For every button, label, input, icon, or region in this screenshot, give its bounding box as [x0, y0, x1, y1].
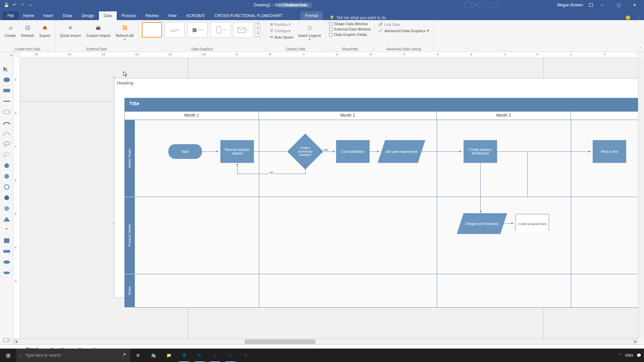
- shape-receive-request[interactable]: Receive solution request: [220, 140, 254, 163]
- tab-cross-functional[interactable]: CROSS-FUNCTIONAL FLOWCHART: [210, 11, 287, 20]
- start-button[interactable]: ⊞: [0, 352, 16, 359]
- collapse-ribbon-icon[interactable]: ⌃: [637, 16, 640, 20]
- swimlane-container[interactable]: Title Month 1 Month 2 Month 3 Sales Team…: [124, 98, 638, 308]
- quick-import-button[interactable]: ⊞Quick Import: [58, 21, 83, 38]
- shape-ellipse-icon[interactable]: [3, 77, 11, 83]
- shape-feasible-decision[interactable]: Project technically feasible?: [292, 139, 318, 164]
- shape-designs-mockups[interactable]: Designs and mockups: [460, 213, 504, 234]
- shape-circle4-icon[interactable]: [3, 195, 11, 201]
- lane-team[interactable]: Team: [124, 274, 135, 308]
- connector[interactable]: [422, 152, 462, 152]
- tab-draw[interactable]: Draw: [58, 11, 77, 20]
- shape-cost-estimation[interactable]: Cost estimation: [336, 140, 370, 163]
- edge-icon[interactable]: e: [238, 349, 254, 362]
- tab-home[interactable]: Home: [18, 11, 39, 20]
- shape-pitch[interactable]: Pitch to the: [593, 140, 626, 163]
- configure-button[interactable]: ⚙Configure: [269, 28, 295, 34]
- shape-start[interactable]: Start: [168, 144, 202, 159]
- tab-data[interactable]: Data: [99, 11, 117, 20]
- connector[interactable]: [504, 223, 514, 224]
- insert-legend-button[interactable]: 📋Insert Legend▾: [296, 21, 323, 42]
- advanced-data-graphics-button[interactable]: 📈Advanced Data Graphics ▾: [377, 28, 430, 34]
- horizontal-scrollbar[interactable]: ◂ ▸: [13, 339, 638, 345]
- export-button[interactable]: 📤Export: [38, 21, 52, 38]
- scroll-thumb[interactable]: [245, 340, 315, 344]
- shape-line-icon[interactable]: [3, 98, 11, 104]
- file-explorer-icon[interactable]: 📁: [161, 349, 176, 362]
- phase-month3[interactable]: Month 3: [437, 112, 571, 120]
- ribbon-display-icon[interactable]: [589, 3, 593, 7]
- phase-month1[interactable]: Month 1: [125, 112, 259, 120]
- custom-import-button[interactable]: 🗃️Custom Import: [84, 21, 112, 38]
- position-button[interactable]: ⊞Position ▾: [269, 21, 295, 27]
- shape-ellipse2-icon[interactable]: [3, 259, 11, 265]
- data-graphic-none[interactable]: [142, 22, 162, 38]
- shape-arc-icon[interactable]: [3, 130, 11, 136]
- shape-rect-icon[interactable]: [3, 87, 11, 94]
- vertical-scrollbar[interactable]: [638, 58, 644, 339]
- gallery-scroll[interactable]: ▴▾▾: [255, 21, 261, 37]
- connector[interactable]: [370, 152, 380, 152]
- tab-acrobat[interactable]: ACROBAT: [181, 11, 210, 20]
- shape-square-icon[interactable]: [3, 238, 11, 244]
- data-graphic-fields-checkbox[interactable]: Data Graphic Fields: [328, 32, 371, 37]
- shape-pointer-icon[interactable]: [3, 66, 11, 72]
- connector[interactable]: [305, 164, 306, 174]
- tell-me-search[interactable]: 💡 Tell me what you want to do: [329, 15, 386, 20]
- tab-review[interactable]: Review: [141, 11, 163, 20]
- shape-callout2-icon[interactable]: [3, 152, 11, 158]
- shape-circle1-icon[interactable]: [3, 163, 11, 169]
- data-graphic-option[interactable]: [210, 22, 230, 38]
- shape-ellipse3-icon[interactable]: [3, 270, 11, 276]
- tab-design[interactable]: Design: [77, 11, 99, 20]
- taskbar-search[interactable]: ○ Type here to search 🎤: [16, 349, 130, 362]
- tab-insert[interactable]: Insert: [39, 11, 58, 20]
- qat-more-icon[interactable]: ▾: [28, 4, 34, 7]
- connector[interactable]: [319, 152, 335, 152]
- shape-callout-icon[interactable]: [3, 141, 11, 147]
- connector[interactable]: [480, 197, 481, 213]
- minimize-button[interactable]: ─: [596, 0, 609, 10]
- connector[interactable]: [202, 152, 219, 152]
- redo-icon[interactable]: ↷: [19, 3, 25, 7]
- close-button[interactable]: ✕: [628, 0, 641, 10]
- scroll-right-button[interactable]: ▸: [633, 339, 638, 345]
- expand-shapes-icon[interactable]: ▸: [11, 53, 12, 57]
- shape-create-architecture[interactable]: Create solution architecture: [464, 140, 497, 163]
- shape-user-requirement[interactable]: Get user requirement: [381, 140, 422, 163]
- swimlane-title[interactable]: Title: [124, 98, 638, 111]
- feedback-icon[interactable]: 🙂: [626, 15, 631, 20]
- data-graphic-option[interactable]: [187, 22, 208, 38]
- visio-icon[interactable]: V: [207, 349, 223, 362]
- maximize-button[interactable]: ▢: [612, 0, 625, 10]
- shape-curve-icon[interactable]: [3, 120, 11, 126]
- drawing-canvas[interactable]: Heading Title Month 1 Month 2 Month 3 Sa…: [20, 58, 638, 339]
- shape-circle5-icon[interactable]: [3, 205, 11, 212]
- connector[interactable]: [254, 152, 292, 152]
- user-name[interactable]: Megan Bowen: [557, 3, 583, 7]
- task-view-icon[interactable]: ⧉: [130, 349, 146, 362]
- shape-circle2-icon[interactable]: [3, 173, 11, 179]
- data-graphic-option[interactable]: [233, 22, 253, 38]
- mic-icon[interactable]: 🎤: [121, 353, 126, 358]
- collapse-ribbon-button[interactable]: ⌃: [639, 47, 641, 50]
- store-icon[interactable]: 🛍️: [146, 349, 161, 362]
- data-graphic-option[interactable]: [165, 22, 185, 38]
- lane-sales-team[interactable]: Sales Team: [124, 120, 135, 197]
- link-data-button[interactable]: 🔗Link Data: [377, 21, 430, 27]
- shape-triangle-icon[interactable]: [3, 216, 11, 222]
- undo-icon[interactable]: ↶: [11, 3, 17, 7]
- tab-view[interactable]: View: [163, 11, 181, 20]
- shape-data-window-checkbox[interactable]: Shape Data Window: [328, 21, 371, 26]
- tab-file[interactable]: File: [3, 11, 18, 20]
- tray-language[interactable]: ENG: [625, 353, 633, 357]
- shape-rect2-icon[interactable]: [3, 248, 11, 254]
- outlook-icon[interactable]: ✉: [192, 349, 207, 362]
- excel-taskbar-icon[interactable]: X: [223, 349, 238, 362]
- scroll-left-button[interactable]: ◂: [13, 339, 19, 345]
- skype-icon[interactable]: Ⓢ: [176, 349, 192, 362]
- lane-product-team[interactable]: Product Team: [124, 197, 135, 274]
- tab-format[interactable]: Format: [301, 11, 323, 20]
- auto-space-button[interactable]: ⇔Auto Space: [269, 34, 295, 40]
- connector[interactable]: [497, 152, 591, 152]
